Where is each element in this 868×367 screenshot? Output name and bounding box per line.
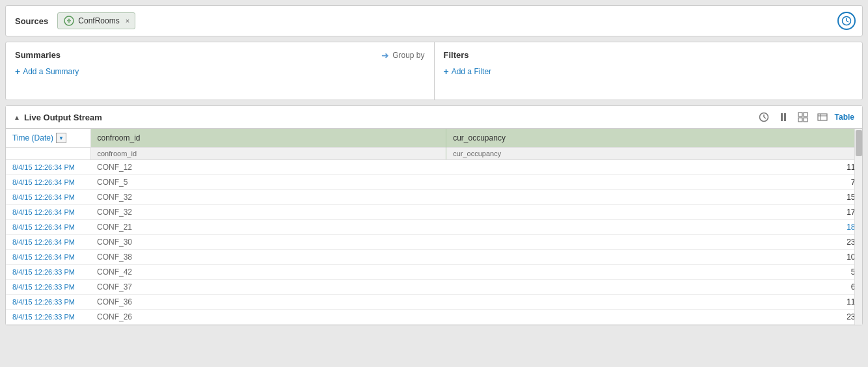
live-output-header: ▲ Live Output Stream — [6, 106, 862, 129]
clock-small-icon[interactable] — [757, 110, 771, 124]
cell-time: 8/4/15 12:26:34 PM — [6, 235, 90, 250]
cell-confroom-id: CONF_26 — [90, 310, 446, 325]
cell-confroom-id: CONF_32 — [90, 205, 446, 220]
summaries-panel: Summaries ➜ Group by + Add a Summary — [6, 42, 435, 100]
cell-cur-occupancy: 7 — [446, 175, 862, 190]
sub-occupancy-header: cur_occupancy — [446, 148, 862, 160]
cell-cur-occupancy: 23 — [446, 235, 862, 250]
table-header-row: Time (Date) ▼ confroom_id cur_occupancy — [6, 129, 862, 148]
cell-cur-occupancy: 11 — [446, 160, 862, 175]
svg-rect-8 — [804, 113, 807, 116]
cell-time: 8/4/15 12:26:34 PM — [6, 205, 90, 220]
cell-time: 8/4/15 12:26:33 PM — [6, 280, 90, 295]
cell-cur-occupancy: 23 — [446, 310, 862, 325]
live-output-section: ▲ Live Output Stream — [5, 105, 863, 325]
summaries-title: Summaries — [15, 50, 425, 60]
cell-confroom-id: CONF_42 — [90, 265, 446, 280]
svg-rect-7 — [798, 113, 802, 116]
summaries-filters-section: Summaries ➜ Group by + Add a Summary Fil… — [5, 42, 863, 100]
table-row: 8/4/15 12:26:34 PMCONF_3215 — [6, 190, 862, 205]
grid-icon[interactable] — [796, 110, 810, 124]
sub-time-header — [6, 148, 90, 160]
cell-cur-occupancy: 6 — [446, 280, 862, 295]
table-label[interactable]: Table — [835, 113, 854, 122]
add-summary-plus-icon: + — [15, 66, 20, 77]
cell-time: 8/4/15 12:26:33 PM — [6, 310, 90, 325]
svg-rect-10 — [804, 118, 807, 122]
header-actions: Table — [757, 110, 854, 124]
cell-time: 8/4/15 12:26:34 PM — [6, 175, 90, 190]
cell-confroom-id: CONF_38 — [90, 250, 446, 265]
cell-confroom-id: CONF_37 — [90, 280, 446, 295]
time-column-header[interactable]: Time (Date) ▼ — [6, 129, 90, 148]
filters-title: Filters — [444, 50, 854, 60]
cell-cur-occupancy: 18 — [446, 220, 862, 235]
table-row: 8/4/15 12:26:34 PMCONF_3023 — [6, 235, 862, 250]
export-icon[interactable] — [815, 110, 830, 124]
cur-occupancy-column-header[interactable]: cur_occupancy — [446, 129, 862, 148]
table-sub-header-row: confroom_id cur_occupancy — [6, 148, 862, 160]
add-filter-label: Add a Filter — [452, 67, 491, 76]
live-output-title-text: Live Output Stream — [24, 113, 102, 122]
source-tag-close-button[interactable]: × — [126, 17, 129, 25]
cell-cur-occupancy: 10 — [446, 250, 862, 265]
time-header-label: Time (Date) — [12, 133, 53, 143]
table-row: 8/4/15 12:26:33 PMCONF_376 — [6, 280, 862, 295]
table-row: 8/4/15 12:26:33 PMCONF_2623 — [6, 310, 862, 325]
cell-time: 8/4/15 12:26:34 PM — [6, 190, 90, 205]
time-dropdown-icon[interactable]: ▼ — [56, 133, 66, 143]
cell-confroom-id: CONF_36 — [90, 295, 446, 310]
scrollbar[interactable] — [854, 129, 862, 325]
source-name: ConfRooms — [78, 16, 119, 25]
group-by-label: Group by — [392, 51, 424, 60]
main-container: Sources ConfRooms × Summaries — [0, 0, 868, 367]
clock-icon[interactable] — [837, 12, 856, 30]
pause-icon[interactable] — [776, 110, 791, 124]
table-row: 8/4/15 12:26:34 PMCONF_57 — [6, 175, 862, 190]
sources-section: Sources ConfRooms × — [5, 5, 863, 36]
table-row: 8/4/15 12:26:34 PMCONF_3810 — [6, 250, 862, 265]
add-filter-button[interactable]: + Add a Filter — [444, 66, 854, 77]
table-row: 8/4/15 12:26:34 PMCONF_3217 — [6, 205, 862, 220]
cell-cur-occupancy: 15 — [446, 190, 862, 205]
svg-line-6 — [764, 117, 766, 118]
table-row: 8/4/15 12:26:33 PMCONF_3611 — [6, 295, 862, 310]
cell-confroom-id: CONF_5 — [90, 175, 446, 190]
scrollbar-thumb[interactable] — [856, 130, 862, 156]
cell-confroom-id: CONF_30 — [90, 235, 446, 250]
cell-time: 8/4/15 12:26:34 PM — [6, 160, 90, 175]
add-summary-button[interactable]: + Add a Summary — [15, 66, 425, 77]
svg-rect-9 — [798, 118, 802, 122]
table-row: 8/4/15 12:26:34 PMCONF_1211 — [6, 160, 862, 175]
add-filter-plus-icon: + — [444, 66, 449, 77]
svg-line-3 — [847, 21, 848, 22]
source-icon — [63, 15, 75, 27]
cell-cur-occupancy: 11 — [446, 295, 862, 310]
table-body: 8/4/15 12:26:34 PMCONF_12118/4/15 12:26:… — [6, 160, 862, 325]
cell-time: 8/4/15 12:26:34 PM — [6, 220, 90, 235]
cell-time: 8/4/15 12:26:33 PM — [6, 265, 90, 280]
cell-confroom-id: CONF_12 — [90, 160, 446, 175]
cell-confroom-id: CONF_21 — [90, 220, 446, 235]
data-table: Time (Date) ▼ confroom_id cur_occupancy … — [6, 129, 862, 325]
sources-label: Sources — [15, 16, 48, 26]
filters-panel: Filters + Add a Filter — [435, 42, 863, 100]
cell-confroom-id: CONF_32 — [90, 190, 446, 205]
cell-time: 8/4/15 12:26:34 PM — [6, 250, 90, 265]
svg-rect-11 — [818, 114, 827, 120]
table-container: Time (Date) ▼ confroom_id cur_occupancy … — [6, 129, 862, 325]
table-row: 8/4/15 12:26:34 PMCONF_2118 — [6, 220, 862, 235]
table-row: 8/4/15 12:26:33 PMCONF_425 — [6, 265, 862, 280]
source-tag: ConfRooms × — [57, 12, 135, 29]
add-summary-label: Add a Summary — [23, 67, 79, 76]
cell-time: 8/4/15 12:26:33 PM — [6, 295, 90, 310]
cell-cur-occupancy: 17 — [446, 205, 862, 220]
collapse-icon[interactable]: ▲ — [14, 114, 20, 121]
group-by-arrow-icon: ➜ — [381, 50, 389, 61]
live-output-title: ▲ Live Output Stream — [14, 113, 757, 122]
group-by-button[interactable]: ➜ Group by — [381, 50, 424, 61]
confroom-id-column-header[interactable]: confroom_id — [90, 129, 446, 148]
cell-cur-occupancy: 5 — [446, 265, 862, 280]
sub-confroom-header: confroom_id — [90, 148, 446, 160]
